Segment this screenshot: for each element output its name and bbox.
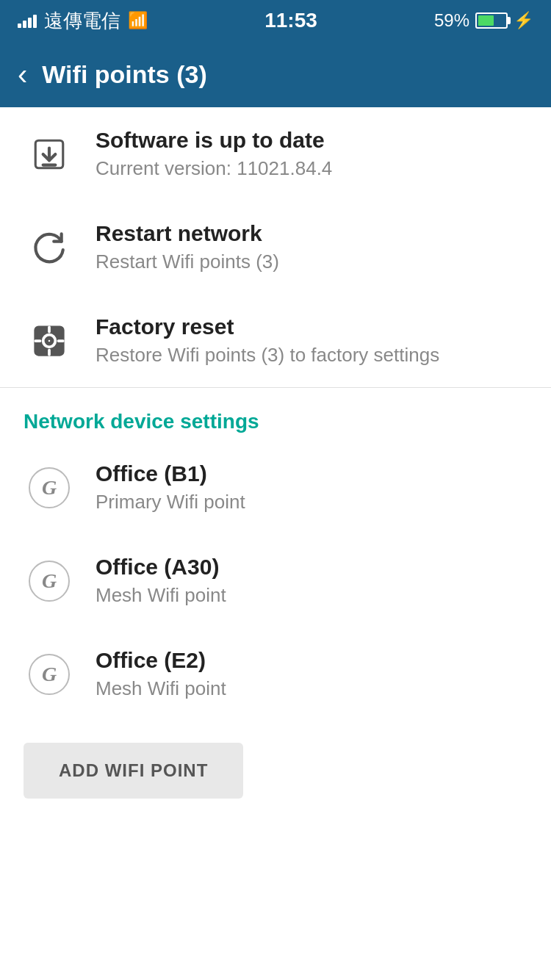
status-left: 遠傳電信 📶 <box>18 8 148 34</box>
signal-icon <box>18 13 37 28</box>
device-b1-type: Primary Wifi point <box>96 491 527 514</box>
device-e2-google-icon: G <box>29 654 70 695</box>
device-e2-type: Mesh Wifi point <box>96 677 527 700</box>
device-b1-text: Office (B1) Primary Wifi point <box>96 461 527 514</box>
carrier-label: 遠傳電信 <box>44 8 120 34</box>
content-area: Software is up to date Current version: … <box>0 107 551 850</box>
device-e2-icon: G <box>24 649 75 700</box>
section-title: Network device settings <box>24 410 259 433</box>
factory-reset-title: Factory reset <box>96 314 527 339</box>
restart-network-title: Restart network <box>96 221 527 246</box>
app-header: ‹ Wifi points (3) <box>0 41 551 107</box>
add-wifi-section: ADD WIFI POINT <box>0 721 551 821</box>
factory-reset-icon <box>24 315 75 367</box>
add-wifi-button[interactable]: ADD WIFI POINT <box>24 743 243 799</box>
download-icon <box>24 129 75 180</box>
status-right: 59% ⚡ <box>434 10 533 31</box>
status-time: 11:53 <box>264 9 317 32</box>
battery-percent: 59% <box>434 10 469 31</box>
device-b1-google-icon: G <box>29 467 70 508</box>
device-office-e2[interactable]: G Office (E2) Mesh Wifi point <box>0 627 551 721</box>
device-a30-icon: G <box>24 555 75 607</box>
device-e2-name: Office (E2) <box>96 648 527 673</box>
device-office-a30[interactable]: G Office (A30) Mesh Wifi point <box>0 534 551 627</box>
svg-point-5 <box>47 338 51 342</box>
status-bar: 遠傳電信 📶 11:53 59% ⚡ <box>0 0 551 41</box>
charging-icon: ⚡ <box>514 11 533 30</box>
network-device-settings-header: Network device settings <box>0 388 551 441</box>
device-e2-text: Office (E2) Mesh Wifi point <box>96 648 527 700</box>
restart-network-subtitle: Restart Wifi points (3) <box>96 251 527 273</box>
restart-network-text: Restart network Restart Wifi points (3) <box>96 221 527 273</box>
device-a30-type: Mesh Wifi point <box>96 584 527 607</box>
device-a30-name: Office (A30) <box>96 555 527 580</box>
back-button[interactable]: ‹ <box>18 60 27 89</box>
page-title: Wifi points (3) <box>42 60 206 89</box>
software-update-text: Software is up to date Current version: … <box>96 128 527 180</box>
software-update-title: Software is up to date <box>96 128 527 153</box>
software-update-subtitle: Current version: 11021.84.4 <box>96 157 527 180</box>
battery-icon <box>475 12 508 29</box>
device-a30-google-icon: G <box>29 561 70 602</box>
software-update-item[interactable]: Software is up to date Current version: … <box>0 107 551 201</box>
device-b1-icon: G <box>24 462 75 514</box>
restart-icon <box>24 222 75 273</box>
device-office-b1[interactable]: G Office (B1) Primary Wifi point <box>0 441 551 534</box>
device-b1-name: Office (B1) <box>96 461 527 486</box>
factory-reset-subtitle: Restore Wifi points (3) to factory setti… <box>96 344 527 367</box>
restart-network-item[interactable]: Restart network Restart Wifi points (3) <box>0 201 551 294</box>
factory-reset-text: Factory reset Restore Wifi points (3) to… <box>96 314 527 367</box>
wifi-icon: 📶 <box>128 11 148 30</box>
factory-reset-item[interactable]: Factory reset Restore Wifi points (3) to… <box>0 294 551 387</box>
device-a30-text: Office (A30) Mesh Wifi point <box>96 555 527 607</box>
